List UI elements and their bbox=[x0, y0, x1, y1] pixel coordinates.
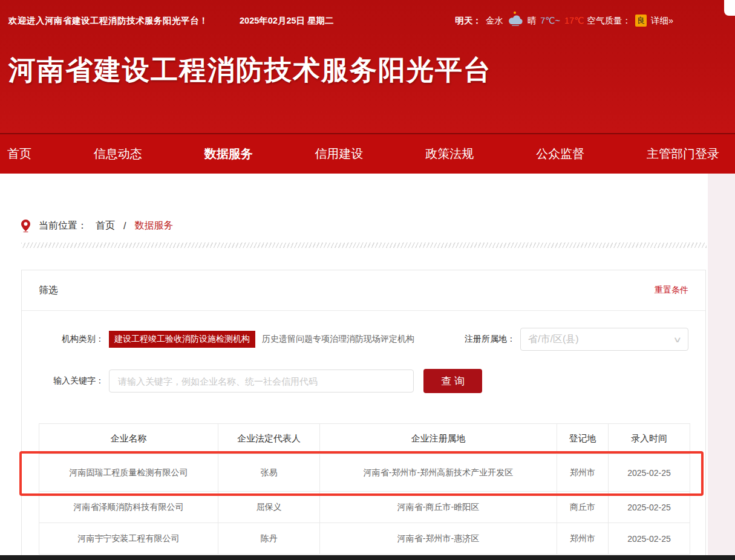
table-cell: 河南省-郑州市-郑州高新技术产业开发区 bbox=[320, 454, 557, 492]
table-cell: 屈保义 bbox=[218, 492, 320, 523]
breadcrumb-home[interactable]: 首页 bbox=[96, 220, 115, 232]
site-header: 欢迎进入河南省建设工程消防技术服务阳光平台！ 2025年02月25日 星期二 明… bbox=[0, 0, 735, 133]
bottom-edge-strip bbox=[0, 555, 735, 560]
table-row: 河南固瑞工程质量检测有限公司张易河南省-郑州市-郑州高新技术产业开发区郑州市20… bbox=[39, 454, 690, 492]
page-title: 河南省建设工程消防技术服务阳光平台 bbox=[8, 52, 735, 88]
keyword-filter-row: 输入关键字： 查 询 bbox=[39, 369, 688, 393]
reset-filters-link[interactable]: 重置条件 bbox=[655, 285, 688, 296]
welcome-text: 欢迎进入河南省建设工程消防技术服务阳光平台！ bbox=[8, 15, 208, 27]
cloud-icon bbox=[508, 15, 523, 27]
temp-high: 17℃ bbox=[564, 16, 584, 25]
table-cell: 2025-02-25 bbox=[609, 523, 690, 555]
nav-item-3[interactable]: 信用建设 bbox=[315, 146, 363, 162]
table-cell: 郑州市 bbox=[557, 454, 609, 492]
topbar-date: 2025年02月25日 星期二 bbox=[240, 15, 334, 27]
region-select[interactable]: 省/市/区(县) ∨ bbox=[520, 328, 688, 351]
topbar: 欢迎进入河南省建设工程消防技术服务阳光平台！ 2025年02月25日 星期二 明… bbox=[0, 0, 735, 27]
nav-item-6[interactable]: 主管部门登录 bbox=[647, 146, 719, 162]
table-cell: 河南固瑞工程质量检测有限公司 bbox=[39, 454, 218, 492]
main-content: 当前位置： 首页 / 数据服务 筛选 重置条件 机构类别： 建设工程竣工验收消防… bbox=[0, 174, 708, 560]
chevron-down-icon: ∨ bbox=[673, 335, 682, 344]
table-cell: 商丘市 bbox=[557, 492, 609, 523]
column-header: 企业注册属地 bbox=[320, 424, 557, 454]
main-nav: 首页信息动态数据服务信用建设政策法规公众监督主管部门登录 bbox=[0, 133, 735, 174]
filter-panel: 筛选 重置条件 机构类别： 建设工程竣工验收消防设施检测机构 历史遗留问题专项治… bbox=[21, 270, 706, 560]
filter-panel-header: 筛选 重置条件 bbox=[22, 270, 705, 311]
region-select-placeholder: 省/市/区(县) bbox=[528, 333, 579, 346]
slash-divider bbox=[21, 243, 707, 248]
nav-item-0[interactable]: 首页 bbox=[7, 146, 31, 162]
weather-widget: 明天： 金水 晴 7℃~ 17℃ 空气质量： 良 详细» bbox=[455, 15, 673, 27]
nav-item-4[interactable]: 政策法规 bbox=[425, 146, 474, 162]
screen-corner-artifact bbox=[724, 0, 735, 16]
table-row: 河南宇宁安装工程有限公司陈丹河南省-郑州市-惠济区郑州市2025-02-25 bbox=[39, 523, 690, 555]
aqi-badge: 良 bbox=[635, 15, 647, 27]
table-cell: 河南省-郑州市-惠济区 bbox=[320, 523, 557, 555]
table-cell: 2025-02-25 bbox=[609, 492, 690, 523]
column-header: 企业法定代表人 bbox=[218, 424, 320, 454]
nav-item-2[interactable]: 数据服务 bbox=[204, 146, 253, 162]
category-label: 机构类别： bbox=[39, 334, 104, 345]
table-cell: 河南省-商丘市-睢阳区 bbox=[320, 492, 557, 523]
breadcrumb-current[interactable]: 数据服务 bbox=[134, 220, 173, 232]
filter-title: 筛选 bbox=[39, 284, 58, 297]
table-cell: 张易 bbox=[218, 454, 320, 492]
table-cell: 郑州市 bbox=[557, 523, 609, 555]
results-table-head: 企业名称企业法定代表人企业注册属地登记地录入时间 bbox=[39, 424, 690, 454]
location-pin-icon bbox=[21, 220, 30, 232]
category-filter-row: 机构类别： 建设工程竣工验收消防设施检测机构 历史遗留问题专项治理消防现场评定机… bbox=[39, 328, 688, 351]
table-cell: 陈丹 bbox=[218, 523, 320, 555]
region-label: 注册所属地： bbox=[465, 334, 515, 345]
table-cell: 河南省泽顺消防科技有限公司 bbox=[39, 492, 218, 523]
weather-detail-link[interactable]: 详细» bbox=[651, 15, 673, 27]
nav-item-5[interactable]: 公众监督 bbox=[536, 146, 584, 162]
weather-condition: 晴 bbox=[528, 15, 537, 27]
nav-item-1[interactable]: 信息动态 bbox=[94, 146, 142, 162]
weather-label: 明天： bbox=[455, 15, 482, 27]
column-header: 企业名称 bbox=[39, 424, 218, 454]
weather-district: 金水 bbox=[486, 15, 503, 27]
breadcrumb: 当前位置： 首页 / 数据服务 bbox=[21, 174, 708, 232]
category-option-selected[interactable]: 建设工程竣工验收消防设施检测机构 bbox=[109, 331, 255, 348]
column-header: 登记地 bbox=[557, 424, 609, 454]
keyword-label: 输入关键字： bbox=[39, 376, 104, 386]
aqi-label: 空气质量： bbox=[587, 15, 631, 27]
region-filter-group: 注册所属地： 省/市/区(县) ∨ bbox=[465, 328, 688, 351]
table-cell: 河南宇宁安装工程有限公司 bbox=[39, 523, 218, 555]
breadcrumb-label: 当前位置： bbox=[39, 220, 87, 232]
column-header: 录入时间 bbox=[609, 424, 690, 454]
results-table-body: 河南固瑞工程质量检测有限公司张易河南省-郑州市-郑州高新技术产业开发区郑州市20… bbox=[39, 454, 690, 555]
table-row: 河南省泽顺消防科技有限公司屈保义河南省-商丘市-睢阳区商丘市2025-02-25 bbox=[39, 492, 690, 523]
search-button[interactable]: 查 询 bbox=[423, 369, 482, 393]
keyword-input[interactable] bbox=[109, 370, 414, 392]
breadcrumb-separator: / bbox=[123, 221, 126, 232]
category-option-unselected[interactable]: 历史遗留问题专项治理消防现场评定机构 bbox=[262, 334, 414, 345]
results-table: 企业名称企业法定代表人企业注册属地登记地录入时间 河南固瑞工程质量检测有限公司张… bbox=[39, 423, 690, 555]
table-cell: 2025-02-25 bbox=[609, 454, 690, 492]
temp-low: 7℃~ bbox=[540, 16, 560, 25]
